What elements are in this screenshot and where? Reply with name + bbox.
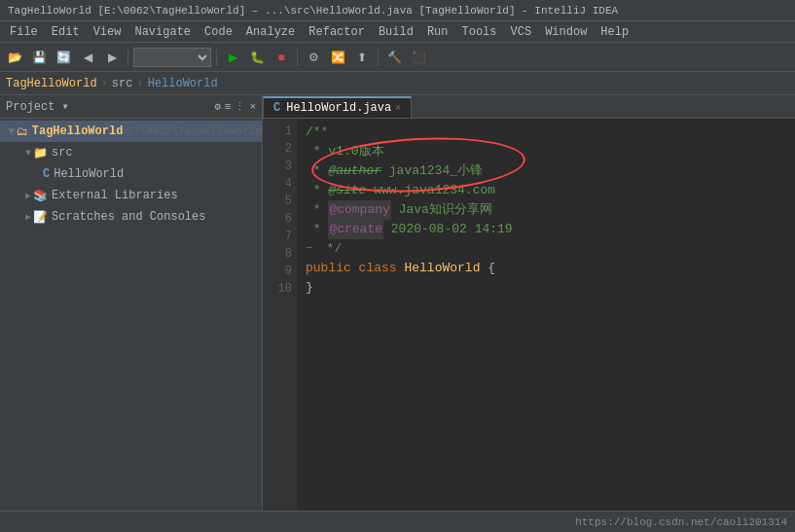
code-line-3: * @author java1234_小锋 bbox=[306, 161, 787, 181]
project-tree: ▼ 🗂 TagHelloWorld E:\0062\TagHelloWorld … bbox=[0, 119, 262, 511]
toolbar-sync-btn[interactable]: 🔄 bbox=[53, 47, 74, 68]
tree-label-root: TagHelloWorld bbox=[32, 124, 124, 138]
breadcrumb-sep-2: › bbox=[136, 77, 143, 90]
title-text: TagHelloWorld [E:\0062\TagHelloWorld] – … bbox=[8, 5, 618, 17]
breadcrumb-sep-1: › bbox=[101, 77, 108, 90]
main-area: Project ▾ ⚙ ≡ ⋮ × ▼ 🗂 TagHelloWorld E:\0… bbox=[0, 95, 795, 511]
status-url: https://blog.csdn.net/caoli201314 bbox=[575, 516, 787, 528]
line-num-9: 9 bbox=[263, 263, 292, 280]
line-num-4: 4 bbox=[263, 175, 292, 193]
line-num-8: 8 bbox=[263, 245, 292, 263]
tree-arrow-root: ▼ bbox=[9, 126, 15, 137]
project-collapse-icon[interactable]: ≡ bbox=[225, 101, 232, 113]
tree-item-src[interactable]: ▼ 📁 src bbox=[0, 142, 262, 163]
tab-close-btn[interactable]: × bbox=[395, 103, 401, 114]
menu-build[interactable]: Build bbox=[373, 23, 419, 41]
menu-file[interactable]: File bbox=[4, 23, 44, 41]
code-token bbox=[306, 298, 313, 317]
toolbar-debug-btn[interactable]: 🐛 bbox=[246, 47, 268, 68]
menu-run[interactable]: Run bbox=[421, 23, 454, 41]
toolbar-build-artifact-btn[interactable]: 🔨 bbox=[383, 47, 405, 68]
toolbar-open-btn[interactable]: 📂 bbox=[4, 47, 25, 68]
menu-analyze[interactable]: Analyze bbox=[240, 23, 301, 41]
menu-tools[interactable]: Tools bbox=[456, 23, 503, 41]
breadcrumb-project[interactable]: TagHelloWorld bbox=[6, 77, 97, 90]
project-settings-icon[interactable]: ⋮ bbox=[235, 100, 245, 113]
toolbar-sep-2 bbox=[216, 49, 217, 66]
code-token: */ bbox=[319, 239, 342, 259]
toolbar-terminal-btn[interactable]: ⬛ bbox=[408, 47, 429, 68]
toolbar: 📂 💾 🔄 ◀ ▶ ▶ 🐛 ■ ⚙ 🔀 ⬆ 🔨 ⬛ bbox=[0, 43, 795, 72]
code-token: www.java1234.com bbox=[366, 181, 495, 200]
project-hide-icon[interactable]: × bbox=[249, 101, 256, 113]
toolbar-forward-btn[interactable]: ▶ bbox=[101, 47, 123, 68]
line-num-10: 10 bbox=[263, 280, 292, 298]
toolbar-sep-1 bbox=[127, 49, 128, 66]
project-panel-header: Project ▾ ⚙ ≡ ⋮ × bbox=[0, 95, 262, 119]
toolbar-save-btn[interactable]: 💾 bbox=[28, 47, 50, 68]
project-panel-title: Project ▾ bbox=[6, 99, 69, 114]
code-line-9: } bbox=[306, 278, 787, 298]
tree-item-helloworld[interactable]: C HelloWorld bbox=[0, 163, 262, 185]
project-panel: Project ▾ ⚙ ≡ ⋮ × ▼ 🗂 TagHelloWorld E:\0… bbox=[0, 95, 263, 511]
project-gear-icon[interactable]: ⚙ bbox=[214, 100, 221, 113]
tree-label-scratches: Scratches and Consoles bbox=[52, 210, 205, 224]
toolbar-run-btn[interactable]: ▶ bbox=[222, 47, 243, 68]
tree-item-external-libs[interactable]: ▶ 📚 External Libraries bbox=[0, 185, 262, 206]
code-token: HelloWorld bbox=[404, 259, 480, 278]
code-line-7: − */ bbox=[306, 239, 787, 259]
editor-tab-helloworld[interactable]: C HelloWorld.java × bbox=[263, 96, 412, 118]
code-token: * bbox=[306, 161, 328, 181]
status-bar: https://blog.csdn.net/caoli201314 bbox=[0, 511, 795, 532]
folder-icon: 📁 bbox=[33, 146, 48, 160]
line-num-7: 7 bbox=[263, 228, 292, 245]
menu-help[interactable]: Help bbox=[595, 23, 634, 41]
tree-label-src: src bbox=[52, 146, 73, 160]
breadcrumb-src[interactable]: src bbox=[112, 77, 133, 90]
code-token: * bbox=[306, 220, 328, 239]
toolbar-back-btn[interactable]: ◀ bbox=[77, 47, 98, 68]
tree-item-root[interactable]: ▼ 🗂 TagHelloWorld E:\0062\TagHelloWorld bbox=[0, 121, 262, 142]
toolbar-sep-4 bbox=[378, 49, 379, 66]
menu-view[interactable]: View bbox=[88, 23, 127, 41]
code-token: } bbox=[306, 278, 313, 298]
code-token: @company bbox=[328, 200, 390, 220]
menu-window[interactable]: Window bbox=[539, 23, 593, 41]
breadcrumb-helloworld[interactable]: HelloWorld bbox=[148, 77, 218, 90]
menu-code[interactable]: Code bbox=[199, 23, 238, 41]
title-bar: TagHelloWorld [E:\0062\TagHelloWorld] – … bbox=[0, 0, 795, 21]
java-icon: C bbox=[43, 167, 50, 181]
code-token: * bbox=[306, 200, 328, 220]
code-line-5: * @company Java知识分享网 bbox=[306, 200, 787, 220]
menu-refactor[interactable]: Refactor bbox=[303, 23, 371, 41]
project-icon: 🗂 bbox=[17, 124, 28, 139]
tree-path-root: E:\0062\TagHelloWorld bbox=[126, 125, 262, 137]
code-line-10 bbox=[306, 298, 787, 317]
toolbar-update-btn[interactable]: ⬆ bbox=[351, 47, 373, 68]
menu-navigate[interactable]: Navigate bbox=[128, 23, 197, 41]
line-num-6: 6 bbox=[263, 210, 292, 228]
code-editor[interactable]: /** * v1.0版本 * @author java1234_小锋 * @si… bbox=[298, 119, 795, 511]
toolbar-config-dropdown[interactable] bbox=[133, 48, 211, 67]
tree-label-helloworld: HelloWorld bbox=[54, 167, 124, 181]
toolbar-stop-btn[interactable]: ■ bbox=[271, 47, 292, 68]
editor-tabs: C HelloWorld.java × bbox=[263, 95, 795, 119]
code-token: class bbox=[359, 259, 405, 278]
menu-edit[interactable]: Edit bbox=[46, 23, 86, 41]
editor-area: C HelloWorld.java × 1 2 3 4 5 6 7 8 9 10 bbox=[263, 95, 795, 511]
fold-icon[interactable]: − bbox=[306, 239, 313, 259]
code-token: @site bbox=[328, 181, 366, 200]
tree-label-external-libs: External Libraries bbox=[52, 189, 178, 202]
code-line-2: * v1.0版本 bbox=[306, 142, 787, 161]
line-num-2: 2 bbox=[263, 140, 292, 158]
code-token: public bbox=[306, 259, 359, 278]
toolbar-settings-btn[interactable]: ⚙ bbox=[303, 47, 324, 68]
menu-vcs[interactable]: VCS bbox=[505, 23, 538, 41]
editor-content[interactable]: 1 2 3 4 5 6 7 8 9 10 /** * bbox=[263, 119, 795, 511]
toolbar-vcs-btn[interactable]: 🔀 bbox=[327, 47, 348, 68]
tree-item-scratches[interactable]: ▶ 📝 Scratches and Consoles bbox=[0, 206, 262, 228]
code-token: * bbox=[306, 181, 328, 200]
code-token: { bbox=[480, 259, 495, 278]
tab-label: HelloWorld.java bbox=[286, 101, 391, 115]
code-token: java1234_小锋 bbox=[381, 161, 483, 181]
